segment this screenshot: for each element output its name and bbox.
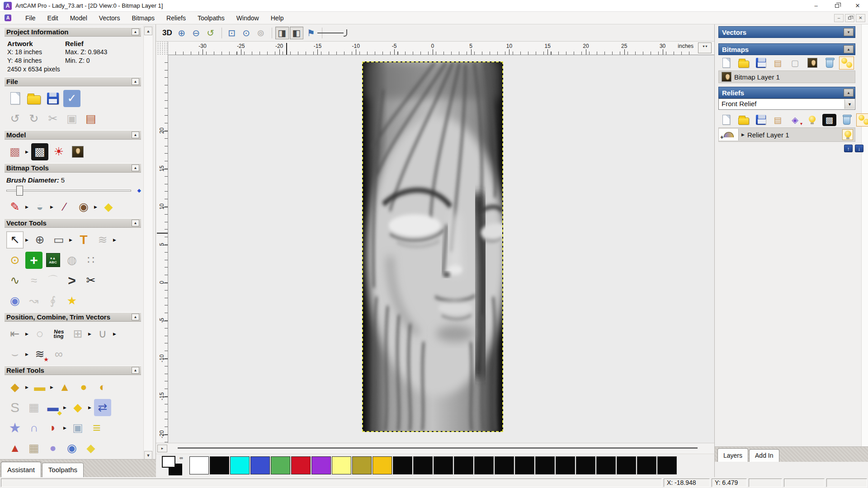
unlink-vectors-icon[interactable]: ∞ xyxy=(50,346,67,363)
panel-scrollbar[interactable]: ▲ ▼ xyxy=(143,26,153,460)
collapse-button[interactable]: ▲ xyxy=(132,28,139,35)
layers-panel-scrollbar[interactable] xyxy=(861,24,868,462)
colour-swatch-9[interactable] xyxy=(373,456,392,474)
zoom-drawing-button[interactable]: ⊚ xyxy=(254,27,268,39)
colour-swatch-6[interactable] xyxy=(311,456,331,474)
texture-relief-icon[interactable]: ◉ xyxy=(63,440,80,457)
save-bitmap-layer-icon[interactable] xyxy=(754,57,768,69)
flood-fill-flyout[interactable]: ▶ xyxy=(50,205,55,209)
colour-swatch-8[interactable] xyxy=(352,456,372,474)
expander-icon[interactable]: ▶ xyxy=(739,132,747,137)
measure-tool-icon[interactable]: ⊙ xyxy=(6,252,24,269)
relief-layer-row[interactable]: + ▶ Relief Layer 1 xyxy=(718,127,855,142)
paint-flyout[interactable]: ▶ xyxy=(25,205,30,209)
slider-thumb[interactable] xyxy=(16,186,23,196)
block-copy-rotate-flyout[interactable]: ▶ xyxy=(25,332,30,336)
section-header-position-combine-trim-vectors[interactable]: Position, Combine, Trim Vectors▲ xyxy=(5,312,141,322)
create-rectangle-icon[interactable]: ▭ xyxy=(50,231,67,249)
vectors-expand-button[interactable]: ▼ xyxy=(844,28,854,36)
mdi-close-button[interactable]: ✕ xyxy=(856,14,865,22)
reliefs-collapse-button[interactable]: ▲ xyxy=(844,89,854,97)
sculpt-icon[interactable]: S xyxy=(6,399,24,416)
select-vectors-icon[interactable]: ↖ xyxy=(6,231,24,249)
tab-assistant[interactable]: Assistant xyxy=(1,462,41,477)
copy-relief-icon[interactable]: ◐ xyxy=(94,379,111,396)
open-bitmap-layer-icon[interactable] xyxy=(736,57,750,69)
colour-palette-icon[interactable]: ◉ xyxy=(75,198,92,216)
colour-swatch-22[interactable] xyxy=(637,456,656,474)
collapse-button[interactable]: ▲ xyxy=(132,131,139,138)
scroll-down-button[interactable]: ▼ xyxy=(144,451,152,460)
primary-colour[interactable] xyxy=(162,456,175,468)
section-header-vector-tools[interactable]: Vector Tools▲ xyxy=(5,218,141,228)
section-header-relief-tools[interactable]: Relief Tools▲ xyxy=(5,366,141,375)
toggle-vector-view-button[interactable]: ◧ xyxy=(290,27,303,39)
smooth-relief-icon[interactable]: ▲ xyxy=(56,379,73,396)
relief-layers-icon[interactable]: ≡ xyxy=(88,419,105,436)
menu-help[interactable]: Help xyxy=(265,13,290,23)
colour-swatch-21[interactable] xyxy=(617,456,636,474)
redo-icon[interactable]: ↻ xyxy=(25,110,42,127)
emboss-wizard-icon[interactable]: ▬◆ xyxy=(44,399,61,416)
colour-swatch-15[interactable] xyxy=(495,456,514,474)
slider-track[interactable] xyxy=(6,190,131,192)
vectors-header[interactable]: Vectors ▼ xyxy=(718,26,855,38)
colour-swatch-18[interactable] xyxy=(556,456,575,474)
join-vectors-flyout[interactable]: ▶ xyxy=(25,352,30,357)
colour-swatch-16[interactable] xyxy=(515,456,534,474)
menu-file[interactable]: File xyxy=(19,13,42,23)
colour-swatch-0[interactable] xyxy=(189,456,209,474)
zoom-out-button[interactable]: ⊖ xyxy=(189,27,203,39)
weave-wizard-icon[interactable]: ▦ xyxy=(25,399,42,416)
save-model-icon[interactable] xyxy=(44,90,61,107)
relief-layer-visibility-button[interactable] xyxy=(842,129,853,140)
move-layer-down-button[interactable]: ↓ xyxy=(855,145,863,152)
colour-swatch-19[interactable] xyxy=(576,456,595,474)
create-arc-icon[interactable]: ⌒ xyxy=(44,272,61,289)
relief-layer-icon[interactable]: + xyxy=(719,129,739,141)
menu-model[interactable]: Model xyxy=(64,13,93,23)
load-relief-icon[interactable]: ◆ xyxy=(6,379,24,396)
trim-vectors-icon[interactable]: ✂ xyxy=(82,272,99,289)
shape-editor-icon[interactable]: ▬ xyxy=(31,379,48,396)
menu-vectors[interactable]: Vectors xyxy=(93,13,126,23)
greyscale-from-relief-icon[interactable]: ▩ xyxy=(822,114,836,126)
reliefs-header[interactable]: Reliefs ▲ xyxy=(718,87,855,99)
mdi-minimize-button[interactable]: – xyxy=(834,14,844,22)
paste-along-curve-icon[interactable]: + xyxy=(25,252,42,269)
layer-visibility-icon[interactable] xyxy=(805,114,819,126)
create-star-icon[interactable]: ★ xyxy=(63,292,80,310)
colour-swatch-4[interactable] xyxy=(271,456,290,474)
menu-reliefs[interactable]: Reliefs xyxy=(160,13,192,23)
section-header-model[interactable]: Model▲ xyxy=(5,130,141,140)
new-blank-layer-icon[interactable]: ▢ xyxy=(788,57,802,69)
colour-swatch-12[interactable] xyxy=(434,456,453,474)
mdi-restore-button[interactable] xyxy=(845,14,854,22)
close-button[interactable]: ✕ xyxy=(847,0,868,11)
fillet-vectors-icon[interactable]: ↝ xyxy=(25,292,42,310)
open-relief-layer-icon[interactable] xyxy=(736,114,750,126)
vector-boundary-icon[interactable]: ◉ xyxy=(6,292,24,310)
colour-swatch-20[interactable] xyxy=(596,456,616,474)
open-model-icon[interactable] xyxy=(25,90,42,107)
toggle-all-reliefs-icon[interactable] xyxy=(857,114,868,126)
join-vectors-icon[interactable]: ⌣ xyxy=(6,346,24,363)
wrap-text-curve-icon[interactable]: ◌ xyxy=(31,325,48,343)
offset-relief-flyout[interactable]: ▶ xyxy=(88,405,93,410)
emboss-wizard-flyout[interactable]: ▶ xyxy=(63,405,68,410)
new-model-icon[interactable] xyxy=(6,90,24,107)
scrollbar-toggle-button[interactable]: ▸ xyxy=(157,445,167,452)
star-wizard-icon[interactable]: ★ xyxy=(6,419,24,436)
collapse-button[interactable]: ▲ xyxy=(132,367,139,374)
relief-image-lady[interactable] xyxy=(362,61,503,432)
menu-window[interactable]: Window xyxy=(231,13,265,23)
save-relief-layer-icon[interactable] xyxy=(754,114,768,126)
colour-palette-flyout[interactable]: ▶ xyxy=(94,205,99,209)
copy-icon[interactable]: ▣ xyxy=(63,110,80,127)
bitmap-from-relief-icon[interactable] xyxy=(805,57,819,69)
menu-edit[interactable]: Edit xyxy=(42,13,64,23)
colour-swatch-5[interactable] xyxy=(291,456,311,474)
section-header-file[interactable]: File▲ xyxy=(5,77,141,86)
adjust-model-icon[interactable]: ▩ xyxy=(31,143,48,160)
horizontal-scrollbar[interactable]: ▸ xyxy=(156,443,714,454)
